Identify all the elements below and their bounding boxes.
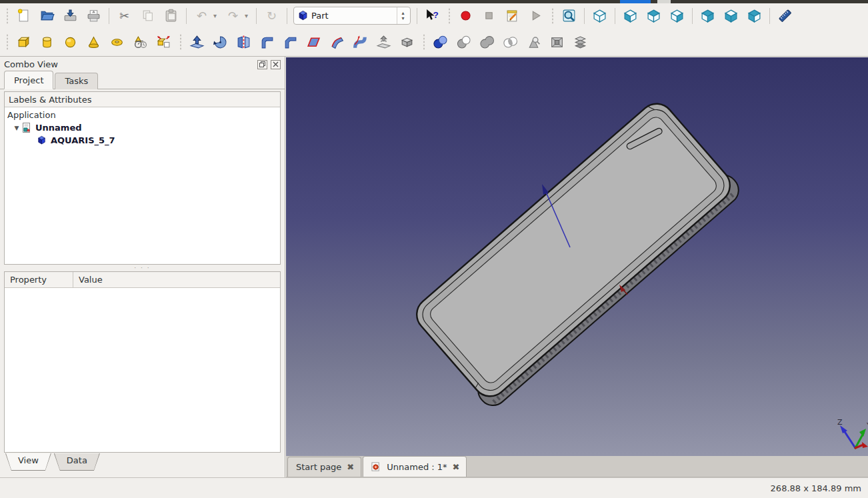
expander-icon[interactable]: ▼ (13, 125, 21, 131)
measure-distance-button[interactable] (773, 5, 797, 27)
new-document-button[interactable] (12, 5, 35, 27)
tab-data[interactable]: Data (55, 453, 99, 470)
cut-button[interactable]: ✂ (113, 5, 136, 27)
section-button[interactable] (522, 31, 545, 53)
cone-button[interactable] (82, 31, 105, 53)
sweep-button[interactable] (349, 31, 372, 53)
freecad-window: { "window": { "top_accent_color": "#1c71… (0, 0, 868, 498)
macro-edit-button[interactable] (501, 5, 524, 27)
tree-item-aquaris[interactable]: AQUARIS_5_7 (7, 134, 280, 147)
toolbar-drag-handle[interactable] (4, 33, 10, 51)
save-document-button[interactable] (59, 5, 82, 27)
sphere-button[interactable] (59, 31, 82, 53)
save-document-icon (63, 8, 78, 23)
create-primitives-button[interactable] (129, 31, 152, 53)
cylinder-button[interactable] (35, 31, 59, 53)
toolbar-standard: ✂↶▾↷▾↻ Part ▴▾? (0, 3, 868, 28)
tab-tasks[interactable]: Tasks (55, 73, 98, 89)
freecad-document-icon (21, 123, 32, 133)
ruled-surface-button[interactable] (325, 31, 349, 53)
view-right-button[interactable] (665, 5, 689, 27)
mirror-button[interactable] (232, 31, 255, 53)
fillet-button[interactable] (255, 31, 279, 53)
cross-sections-button[interactable] (569, 31, 592, 53)
fit-all-button[interactable] (557, 5, 581, 27)
doc-tab-label: Unnamed : 1* (387, 462, 447, 472)
cut-boolean-button[interactable] (452, 31, 475, 53)
phone-model[interactable] (408, 95, 745, 411)
union-button[interactable] (475, 31, 499, 53)
doc-tab-start-page[interactable]: Start page ✖ (287, 457, 361, 477)
view-front-button[interactable] (619, 5, 642, 27)
panel-close-button[interactable] (271, 60, 281, 69)
compound-button[interactable] (545, 31, 569, 53)
close-tab-icon[interactable]: ✖ (347, 463, 354, 471)
combo-spinner-icon[interactable]: ▴▾ (397, 7, 409, 24)
whats-this-button[interactable]: ? (421, 5, 444, 27)
tab-view[interactable]: View (6, 453, 51, 470)
svg-text:?: ? (433, 10, 439, 20)
make-face-button[interactable] (302, 31, 325, 53)
view-left-button[interactable] (743, 5, 766, 27)
3d-viewport[interactable]: Z Y X (286, 57, 868, 456)
chamfer-button[interactable] (279, 31, 302, 53)
revolve-button[interactable] (209, 31, 232, 53)
intersection-button[interactable] (499, 31, 522, 53)
shape-builder-button[interactable] (152, 31, 175, 53)
toolbar-drag-handle[interactable] (177, 33, 183, 51)
redo-history-dropdown[interactable]: ▾ (245, 6, 253, 26)
paste-button[interactable] (159, 5, 183, 27)
boolean-icon (433, 35, 448, 50)
view-bottom-button[interactable] (719, 5, 743, 27)
paste-icon (163, 8, 179, 23)
copy-button[interactable] (136, 5, 159, 27)
thickness-button[interactable] (395, 31, 419, 53)
box-button[interactable] (12, 31, 35, 53)
document-tabbar: Start page ✖ Unnamed : 1* ✖ (286, 456, 868, 477)
thickness-icon (399, 35, 415, 50)
new-document-icon (16, 8, 31, 23)
boolean-button[interactable] (429, 31, 452, 53)
part-workbench-icon (297, 10, 309, 21)
fillet-icon (259, 35, 275, 50)
cut-icon: ✂ (119, 10, 129, 22)
refresh-button[interactable]: ↻ (260, 5, 283, 27)
print-button[interactable] (82, 5, 105, 27)
extrude-button[interactable] (185, 31, 209, 53)
toolbar-drag-handle[interactable] (421, 33, 427, 51)
view-top-button[interactable] (642, 5, 665, 27)
combo-view-tabbar: Project Tasks (0, 71, 285, 89)
open-document-button[interactable] (35, 5, 59, 27)
status-bar: 268.88 x 184.89 mm (0, 477, 868, 498)
torus-button[interactable] (105, 31, 129, 53)
tree-root-application[interactable]: Application (7, 109, 280, 121)
undo-button[interactable]: ↶ (190, 5, 213, 27)
undo-history-dropdown[interactable]: ▾ (213, 6, 221, 26)
tab-project[interactable]: Project (4, 71, 53, 89)
view-axonometric-button[interactable] (588, 5, 611, 27)
section-icon (526, 35, 541, 50)
macro-stop-button[interactable] (477, 5, 501, 27)
tree-item-label: AQUARIS_5_7 (51, 135, 115, 145)
redo-button[interactable]: ↷ (221, 5, 245, 27)
view-rear-button[interactable] (696, 5, 719, 27)
union-icon (479, 35, 495, 50)
macro-record-button[interactable] (454, 5, 477, 27)
panel-float-button[interactable] (257, 60, 267, 69)
toolbar-drag-handle[interactable] (549, 7, 555, 25)
workbench-selector[interactable]: Part ▴▾ (293, 7, 411, 25)
column-value[interactable]: Value (73, 272, 103, 287)
toolbar-separator (109, 8, 109, 24)
toolbar-drag-handle[interactable] (446, 7, 452, 25)
tree-item-unnamed[interactable]: ▼ Unnamed (7, 121, 280, 134)
macro-play-button[interactable] (524, 5, 547, 27)
toolbar-separator (615, 8, 615, 24)
extrude-icon (189, 35, 205, 50)
panel-splitter[interactable]: · · · (0, 265, 285, 271)
doc-tab-unnamed[interactable]: Unnamed : 1* ✖ (363, 456, 467, 477)
cross-sections-icon (573, 35, 588, 50)
close-tab-icon[interactable]: ✖ (453, 463, 460, 471)
offset-button[interactable] (372, 31, 395, 53)
column-property[interactable]: Property (5, 272, 73, 287)
toolbar-drag-handle[interactable] (4, 7, 10, 25)
